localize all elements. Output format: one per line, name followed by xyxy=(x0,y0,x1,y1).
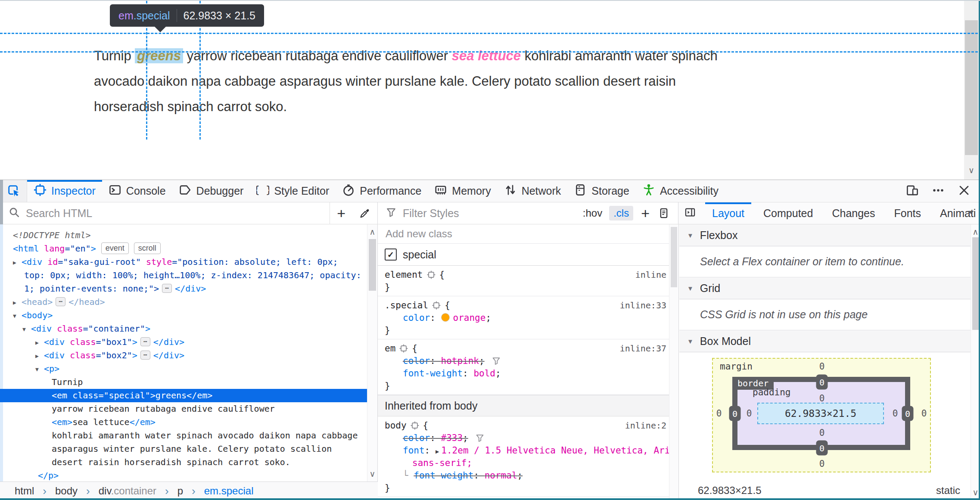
markup-row[interactable]: <html lang="en">eventscroll xyxy=(0,242,367,255)
rule-source-link[interactable]: inline:37 xyxy=(620,342,666,355)
class-checkbox[interactable]: ✓ xyxy=(385,248,397,261)
tab-network[interactable]: Network xyxy=(498,180,568,202)
css-rule[interactable]: .special{inline:33color: orange;} xyxy=(378,296,678,339)
markup-row[interactable]: asparagus winter purslane kale. Celery p… xyxy=(0,442,367,456)
filter-styles-input[interactable] xyxy=(402,207,579,220)
add-rule-button[interactable]: + xyxy=(636,205,655,222)
breadcrumb-item-p[interactable]: p xyxy=(177,485,183,497)
sidebar-tab-layout[interactable]: Layout xyxy=(703,202,754,224)
rule-source-link[interactable]: inline xyxy=(635,269,666,281)
scroll-up-icon[interactable]: ∧ xyxy=(367,228,377,236)
class-panel-button[interactable]: .cls xyxy=(609,206,633,220)
padding-right-value[interactable]: 0 xyxy=(893,408,898,419)
markup-row[interactable]: desert raisin horseradish spinach carrot… xyxy=(0,456,367,469)
rule-source-link[interactable]: inline:33 xyxy=(620,299,666,312)
breadcrumb-item-div[interactable]: div.container xyxy=(99,485,156,497)
expand-shorthand-icon[interactable]: ▶ xyxy=(436,448,439,455)
markup-row[interactable]: ▶<div class="box1">⋯</div> xyxy=(0,335,367,349)
tab-inspector[interactable]: Inspector xyxy=(27,180,102,202)
padding-left-value[interactable]: 0 xyxy=(747,408,752,419)
selector-highlighter-icon[interactable] xyxy=(399,344,408,352)
sidebar-tab-fonts[interactable]: Fonts xyxy=(885,202,931,224)
markup-row[interactable]: ▶<head>⋯</head> xyxy=(0,295,367,309)
rules-scrollbar[interactable] xyxy=(669,224,678,500)
layout-scrollbar-thumb[interactable] xyxy=(972,237,979,330)
border-right-value[interactable]: 0 xyxy=(902,406,914,421)
border-left-value[interactable]: 0 xyxy=(729,406,741,421)
collapse-twisty-icon[interactable]: ▼ xyxy=(22,323,26,336)
tab-memory[interactable]: Memory xyxy=(428,180,497,202)
breadcrumb-item-html[interactable]: html xyxy=(15,485,34,497)
border-bottom-value[interactable]: 0 xyxy=(816,441,828,456)
breadcrumb-item-emspecial[interactable]: em.special xyxy=(204,485,254,497)
scroll-down-icon[interactable]: ∨ xyxy=(367,470,377,478)
markup-row-selected[interactable]: <em class="special">greens</em> xyxy=(0,389,367,402)
page-scrollbar[interactable]: ∨ xyxy=(964,1,979,180)
markup-scrollbar[interactable]: ∧ ∨ xyxy=(367,224,377,481)
collapse-twisty-icon[interactable]: ▼ xyxy=(35,363,39,376)
markup-row[interactable]: kohlrabi amaranth water spinach avocado … xyxy=(0,429,367,442)
markup-row[interactable]: Turnip xyxy=(0,376,367,389)
expand-ellipsis-button[interactable]: ⋯ xyxy=(140,351,150,360)
collapse-twisty-icon[interactable]: ▼ xyxy=(13,309,16,323)
css-declaration[interactable]: font: ▶1.2em / 1.5 Helvetica Neue, Helve… xyxy=(403,445,679,456)
box-model-content[interactable]: 62.9833×21.5 xyxy=(757,403,884,424)
tab-storage[interactable]: Storage xyxy=(567,180,636,202)
add-node-button[interactable]: + xyxy=(330,205,352,222)
expand-twisty-icon[interactable]: ▶ xyxy=(13,296,16,309)
eyedropper-button[interactable] xyxy=(352,208,377,219)
markup-row[interactable]: ▼<div class="container"> xyxy=(0,322,367,335)
flexbox-section-header[interactable]: ▼ Flexbox xyxy=(679,224,980,246)
markup-row[interactable]: ▶<div id="saka-gui-root" style="position… xyxy=(0,255,367,269)
markup-row[interactable]: top: 0px; width: 100%; height…100%; z-in… xyxy=(0,269,367,282)
add-new-class-input[interactable]: Add new class xyxy=(378,224,678,244)
css-declaration[interactable]: color: orange; xyxy=(403,313,491,323)
box-model-section-header[interactable]: ▼ Box Model xyxy=(679,330,980,352)
sidebar-toggle-icon[interactable] xyxy=(684,207,696,220)
markup-row[interactable]: ▶<div class="box2">⋯</div> xyxy=(0,349,367,362)
markup-row[interactable]: ▼<body> xyxy=(0,309,367,322)
node-picker-button[interactable] xyxy=(0,180,27,202)
rule-source-link[interactable]: inline:2 xyxy=(625,419,666,432)
grid-section-header[interactable]: ▼ Grid xyxy=(679,277,980,299)
expand-ellipsis-button[interactable]: ⋯ xyxy=(56,297,65,306)
tab-console[interactable]: Console xyxy=(102,180,172,202)
all-tabs-dropdown-icon[interactable] xyxy=(965,207,977,220)
margin-top-value[interactable]: 0 xyxy=(819,361,825,372)
css-declaration[interactable]: color: hotpink; xyxy=(403,356,485,366)
responsive-mode-button[interactable] xyxy=(906,184,919,199)
expand-twisty-icon[interactable]: ▶ xyxy=(35,349,39,363)
meatball-menu-button[interactable] xyxy=(932,184,945,199)
print-media-button[interactable] xyxy=(655,208,673,219)
padding-top-value[interactable]: 0 xyxy=(819,393,825,404)
markup-row[interactable]: </p> xyxy=(0,469,367,481)
tab-accessibility[interactable]: Accessibility xyxy=(636,180,725,202)
close-devtools-button[interactable] xyxy=(958,184,971,199)
margin-bottom-value[interactable]: 0 xyxy=(819,459,825,469)
markup-scrollbar-thumb[interactable] xyxy=(369,239,376,291)
search-html-input[interactable] xyxy=(25,207,330,220)
markup-row[interactable]: ▼<p> xyxy=(0,362,367,376)
css-declaration[interactable]: color: #333; xyxy=(403,433,468,443)
markup-row[interactable]: <em>sea lettuce</em> xyxy=(0,416,367,429)
color-swatch[interactable] xyxy=(441,313,450,322)
rules-scrollbar-thumb[interactable] xyxy=(671,227,677,287)
selector-highlighter-icon[interactable] xyxy=(427,270,436,279)
sidebar-tab-changes[interactable]: Changes xyxy=(822,202,884,224)
tab-debugger[interactable]: Debugger xyxy=(172,180,250,202)
expand-twisty-icon[interactable]: ▶ xyxy=(13,256,16,269)
tab-performance[interactable]: Performance xyxy=(336,180,428,202)
expand-ellipsis-button[interactable]: ⋯ xyxy=(162,284,172,293)
css-declaration[interactable]: font-weight: normal; xyxy=(414,470,523,481)
sidebar-tab-computed[interactable]: Computed xyxy=(754,202,822,224)
css-rule[interactable]: element{inline} xyxy=(378,266,678,296)
margin-right-value[interactable]: 0 xyxy=(921,408,927,419)
markup-row[interactable]: 1; pointer-events: none;">⋯</div> xyxy=(0,282,367,295)
padding-bottom-value[interactable]: 0 xyxy=(819,428,825,438)
expand-ellipsis-button[interactable]: ⋯ xyxy=(140,337,150,346)
margin-left-value[interactable]: 0 xyxy=(716,408,722,419)
selector-highlighter-icon[interactable] xyxy=(432,301,441,309)
css-rule[interactable]: em{inline:37color: hotpink;font-weight: … xyxy=(378,339,678,395)
breadcrumb-item-body[interactable]: body xyxy=(55,485,78,497)
selector-highlighter-icon[interactable] xyxy=(411,421,419,429)
